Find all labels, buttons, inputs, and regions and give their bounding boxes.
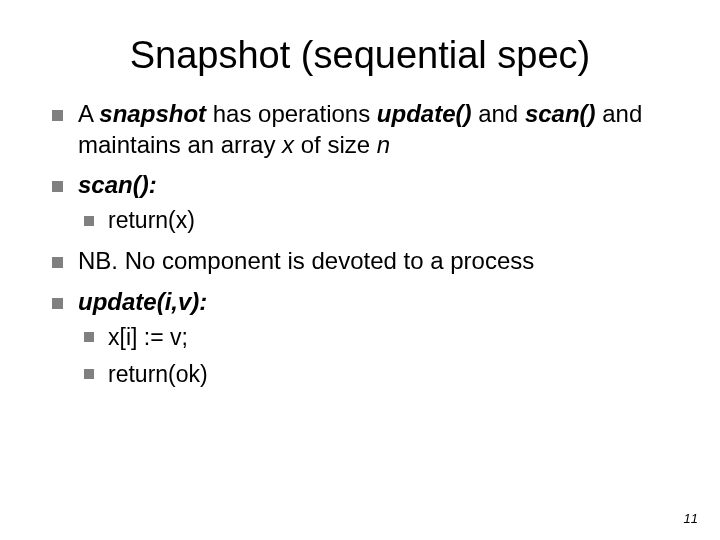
slide-title: Snapshot (sequential spec) [50,34,670,77]
var-n: n [377,131,390,158]
bullet-nb: NB. No component is devoted to a process [50,246,670,277]
bullet-list: A snapshot has operations update() and s… [50,99,670,390]
update-heading: update(i,v): [78,288,207,315]
text: of size [294,131,377,158]
scan-body: return(x) [78,205,670,236]
slide: Snapshot (sequential spec) A snapshot ha… [0,0,720,540]
update-body: x[i] := v; return(ok) [78,322,670,390]
bullet-scan: scan(): return(x) [50,170,670,236]
text: and [471,100,524,127]
term-scan: scan() [525,100,596,127]
text: return(x) [108,207,195,233]
term-snapshot: snapshot [99,100,206,127]
update-assign: x[i] := v; [78,322,670,353]
scan-return: return(x) [78,205,670,236]
update-return: return(ok) [78,359,670,390]
text: has operations [206,100,377,127]
page-number: 11 [684,511,698,526]
text: return(ok) [108,361,208,387]
text: NB. No component is devoted to a process [78,247,534,274]
term-update: update() [377,100,472,127]
bullet-intro: A snapshot has operations update() and s… [50,99,670,160]
bullet-update: update(i,v): x[i] := v; return(ok) [50,287,670,390]
var-x: x [282,131,294,158]
scan-heading: scan(): [78,171,157,198]
text: x[i] := v; [108,324,188,350]
text: A [78,100,99,127]
